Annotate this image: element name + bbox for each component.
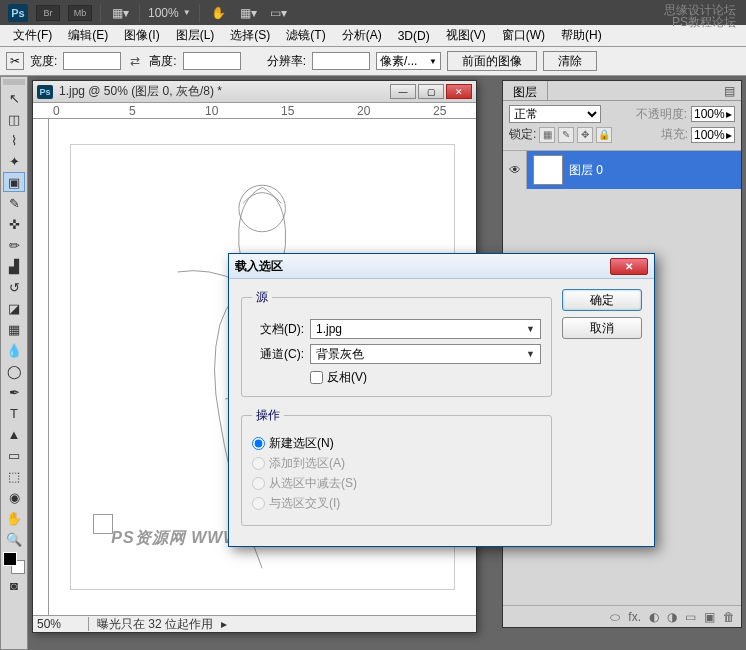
stamp-tool[interactable]: ▟ bbox=[3, 256, 25, 276]
panel-handle[interactable] bbox=[3, 79, 25, 85]
menu-layer[interactable]: 图层(L) bbox=[169, 25, 222, 46]
menu-help[interactable]: 帮助(H) bbox=[554, 25, 609, 46]
maximize-button[interactable]: ▢ bbox=[418, 84, 444, 99]
tab-layers[interactable]: 图层 bbox=[503, 81, 548, 100]
menu-analysis[interactable]: 分析(A) bbox=[335, 25, 389, 46]
channel-combo[interactable]: 背景灰色 ▼ bbox=[310, 344, 541, 364]
chevron-down-icon: ▼ bbox=[429, 57, 437, 66]
menu-3d[interactable]: 3D(D) bbox=[391, 27, 437, 45]
layer-fx-icon[interactable]: fx. bbox=[628, 610, 641, 624]
svg-point-0 bbox=[239, 185, 286, 232]
layer-thumbnail[interactable] bbox=[533, 155, 563, 185]
menu-filter[interactable]: 滤镜(T) bbox=[279, 25, 332, 46]
ruler-horizontal[interactable]: 0 5 10 15 20 25 bbox=[33, 103, 476, 119]
shape-tool[interactable]: ▭ bbox=[3, 445, 25, 465]
layer-mask-icon[interactable]: ◐ bbox=[649, 610, 659, 624]
zoom-tool[interactable]: 🔍 bbox=[3, 529, 25, 549]
delete-layer-icon[interactable]: 🗑 bbox=[723, 610, 735, 624]
lock-transparent-icon[interactable]: ▦ bbox=[539, 127, 555, 143]
crop-tool-icon[interactable]: ✂ bbox=[6, 52, 24, 70]
screen-mode-icon[interactable]: ▭▾ bbox=[268, 4, 290, 22]
hand-tool-icon[interactable]: ✋ bbox=[208, 4, 230, 22]
clear-button[interactable]: 清除 bbox=[543, 51, 597, 71]
status-menu-icon[interactable]: ▸ bbox=[221, 617, 227, 631]
arrange-docs-icon[interactable]: ▦▾ bbox=[238, 4, 260, 22]
ruler-vertical[interactable] bbox=[33, 119, 49, 615]
lasso-tool[interactable]: ⌇ bbox=[3, 130, 25, 150]
op-new-label[interactable]: 新建选区(N) bbox=[269, 435, 334, 452]
minibridge-button[interactable]: Mb bbox=[68, 5, 92, 21]
link-layers-icon[interactable]: ⬭ bbox=[610, 610, 620, 624]
dialog-close-button[interactable]: ✕ bbox=[610, 258, 648, 275]
pen-tool[interactable]: ✒ bbox=[3, 382, 25, 402]
panel-menu-icon[interactable]: ▤ bbox=[718, 81, 741, 100]
op-sub-label: 从选区中减去(S) bbox=[269, 475, 357, 492]
healing-tool[interactable]: ✜ bbox=[3, 214, 25, 234]
width-input[interactable] bbox=[63, 52, 121, 70]
status-text: 曝光只在 32 位起作用 bbox=[97, 616, 213, 633]
quick-mask-tool[interactable]: ◙ bbox=[3, 575, 25, 595]
zoom-field[interactable]: 50% bbox=[37, 617, 89, 631]
menu-select[interactable]: 选择(S) bbox=[223, 25, 277, 46]
dialog-titlebar[interactable]: 载入选区 ✕ bbox=[229, 254, 654, 279]
lock-position-icon[interactable]: ✥ bbox=[577, 127, 593, 143]
operation-legend: 操作 bbox=[252, 407, 284, 424]
minimize-button[interactable]: — bbox=[390, 84, 416, 99]
document-statusbar: 50% 曝光只在 32 位起作用 ▸ bbox=[33, 615, 476, 632]
invert-checkbox[interactable] bbox=[310, 371, 323, 384]
front-image-button[interactable]: 前面的图像 bbox=[447, 51, 537, 71]
menu-edit[interactable]: 编辑(E) bbox=[61, 25, 115, 46]
menu-view[interactable]: 视图(V) bbox=[439, 25, 493, 46]
eraser-tool[interactable]: ◪ bbox=[3, 298, 25, 318]
tools-panel: ↖ ◫ ⌇ ✦ ▣ ✎ ✜ ✏ ▟ ↺ ◪ ▦ 💧 ◯ ✒ T ▲ ▭ ⬚ ◉ … bbox=[0, 76, 28, 650]
close-button[interactable]: ✕ bbox=[446, 84, 472, 99]
bridge-button[interactable]: Br bbox=[36, 5, 60, 21]
options-bar: ✂ 宽度: ⇄ 高度: 分辨率: 像素/...▼ 前面的图像 清除 bbox=[0, 47, 746, 76]
move-tool[interactable]: ↖ bbox=[3, 88, 25, 108]
unit-combo[interactable]: 像素/...▼ bbox=[376, 52, 441, 70]
document-combo[interactable]: 1.jpg ▼ bbox=[310, 319, 541, 339]
crop-tool[interactable]: ▣ bbox=[3, 172, 25, 192]
visibility-toggle-icon[interactable]: 👁 bbox=[503, 151, 527, 189]
document-titlebar[interactable]: Ps 1.jpg @ 50% (图层 0, 灰色/8) * — ▢ ✕ bbox=[33, 81, 476, 103]
foreground-color[interactable] bbox=[3, 552, 17, 566]
lock-pixels-icon[interactable]: ✎ bbox=[558, 127, 574, 143]
gradient-tool[interactable]: ▦ bbox=[3, 319, 25, 339]
eyedropper-tool[interactable]: ✎ bbox=[3, 193, 25, 213]
cancel-button[interactable]: 取消 bbox=[562, 317, 642, 339]
op-new-radio[interactable] bbox=[252, 437, 265, 450]
opacity-field[interactable]: 100%▸ bbox=[691, 106, 735, 122]
type-tool[interactable]: T bbox=[3, 403, 25, 423]
view-extras-icon[interactable]: ▦▾ bbox=[109, 4, 131, 22]
zoom-control[interactable]: 100% ▼ bbox=[148, 6, 191, 20]
3d-tool[interactable]: ⬚ bbox=[3, 466, 25, 486]
fill-field[interactable]: 100%▸ bbox=[691, 127, 735, 143]
color-swatches[interactable] bbox=[3, 552, 25, 574]
blend-mode-select[interactable]: 正常 bbox=[509, 105, 601, 123]
layer-name[interactable]: 图层 0 bbox=[569, 162, 603, 179]
3d-camera-tool[interactable]: ◉ bbox=[3, 487, 25, 507]
invert-label[interactable]: 反相(V) bbox=[327, 369, 367, 386]
menu-window[interactable]: 窗口(W) bbox=[495, 25, 552, 46]
height-input[interactable] bbox=[183, 52, 241, 70]
path-select-tool[interactable]: ▲ bbox=[3, 424, 25, 444]
group-icon[interactable]: ▭ bbox=[685, 610, 696, 624]
lock-all-icon[interactable]: 🔒 bbox=[596, 127, 612, 143]
fill-label: 填充: bbox=[661, 126, 688, 143]
layer-row[interactable]: 👁 图层 0 bbox=[503, 151, 741, 189]
resolution-input[interactable] bbox=[312, 52, 370, 70]
panel-tabs: 图层 ▤ bbox=[503, 81, 741, 101]
marquee-tool[interactable]: ◫ bbox=[3, 109, 25, 129]
blur-tool[interactable]: 💧 bbox=[3, 340, 25, 360]
dodge-tool[interactable]: ◯ bbox=[3, 361, 25, 381]
menu-image[interactable]: 图像(I) bbox=[117, 25, 166, 46]
brush-tool[interactable]: ✏ bbox=[3, 235, 25, 255]
history-brush-tool[interactable]: ↺ bbox=[3, 277, 25, 297]
new-layer-icon[interactable]: ▣ bbox=[704, 610, 715, 624]
hand-tool[interactable]: ✋ bbox=[3, 508, 25, 528]
adjustment-layer-icon[interactable]: ◑ bbox=[667, 610, 677, 624]
menu-file[interactable]: 文件(F) bbox=[6, 25, 59, 46]
quick-select-tool[interactable]: ✦ bbox=[3, 151, 25, 171]
swap-icon[interactable]: ⇄ bbox=[127, 54, 143, 68]
ok-button[interactable]: 确定 bbox=[562, 289, 642, 311]
